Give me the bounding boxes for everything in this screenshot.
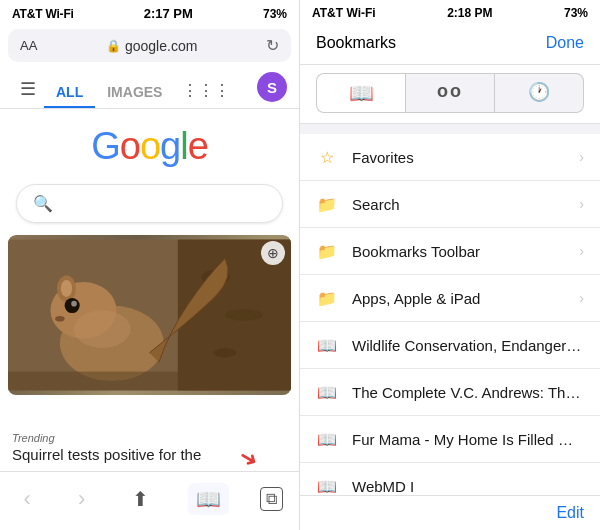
carrier-right: AT&T Wi-Fi (312, 6, 376, 20)
logo-l: l (180, 125, 187, 167)
bottom-toolbar: ‹ › ⬆ 📖 ⧉ (0, 471, 299, 530)
status-bar-left: AT&T Wi-Fi 2:17 PM 73% (0, 0, 299, 25)
svg-point-11 (55, 316, 64, 322)
tab-images[interactable]: IMAGES (95, 78, 174, 108)
battery-right: 73% (564, 6, 588, 20)
status-bar-right: AT&T Wi-Fi 2:18 PM 73% (300, 0, 600, 24)
bookmarks-header: Bookmarks Done (300, 24, 600, 65)
folder-icon: 📁 (316, 240, 338, 262)
search-bar[interactable]: 🔍 (16, 184, 283, 223)
aa-label: AA (20, 38, 37, 53)
search-icon: 🔍 (33, 194, 53, 213)
logo-o1: o (120, 125, 140, 167)
logo-o2: o (140, 125, 160, 167)
forward-button[interactable]: › (70, 482, 93, 516)
book-icon: 📖 (316, 428, 338, 450)
list-item[interactable]: ☆ Favorites › (300, 134, 600, 181)
star-icon: ☆ (316, 146, 338, 168)
book-icon: 📖 (316, 475, 338, 495)
svg-point-10 (71, 301, 77, 307)
item-label: Favorites (352, 149, 571, 166)
hamburger-icon[interactable]: ☰ (12, 72, 44, 108)
item-label: Apps, Apple & iPad (352, 290, 571, 307)
folder-icon: 📁 (316, 193, 338, 215)
book-icon: 📖 (316, 334, 338, 356)
item-label: Search (352, 196, 571, 213)
battery-left: 73% (263, 7, 287, 21)
chevron-icon: › (579, 196, 584, 212)
nav-tabs: ☰ ALL IMAGES ⋮⋮⋮ S (0, 66, 299, 109)
right-panel: AT&T Wi-Fi 2:18 PM 73% Bookmarks Done 📖 … (300, 0, 600, 530)
url-text: google.com (125, 38, 197, 54)
squirrel-image: ⊕ (8, 235, 291, 395)
carrier-left: AT&T Wi-Fi (12, 7, 74, 21)
list-item[interactable]: 📖 WebMD I (300, 463, 600, 495)
list-item[interactable]: 📖 Fur Mama - My Home Is Filled With W... (300, 416, 600, 463)
bookmarks-title: Bookmarks (316, 34, 396, 52)
done-button[interactable]: Done (546, 34, 584, 52)
address-bar[interactable]: AA 🔒 google.com ↻ (8, 29, 291, 62)
list-item[interactable]: 📁 Search › (300, 181, 600, 228)
chevron-icon: › (579, 149, 584, 165)
list-item[interactable]: 📖 The Complete V.C. Andrews: The Libr... (300, 369, 600, 416)
list-item[interactable]: 📁 Apps, Apple & iPad › (300, 275, 600, 322)
logo-g2: g (160, 125, 180, 167)
tabs-button[interactable]: ⧉ (260, 487, 283, 511)
tab-reading-list[interactable]: oo (405, 73, 495, 113)
bookmark-type-tabs: 📖 oo 🕐 (300, 65, 600, 124)
chevron-icon: › (579, 290, 584, 306)
edit-button[interactable]: Edit (556, 504, 584, 522)
folder-icon: 📁 (316, 287, 338, 309)
time-right: 2:18 PM (447, 6, 492, 20)
arrow-icon: ➜ (234, 442, 263, 474)
grid-icon[interactable]: ⋮⋮⋮ (174, 75, 238, 108)
reload-icon[interactable]: ↻ (266, 36, 279, 55)
book-icon: 📖 (316, 381, 338, 403)
item-label: Fur Mama - My Home Is Filled With W... (352, 431, 584, 448)
item-label: The Complete V.C. Andrews: The Libr... (352, 384, 584, 401)
tab-all[interactable]: ALL (44, 78, 95, 108)
trending-section: Trending Squirrel tests positive for the… (0, 424, 299, 467)
bookmarks-button[interactable]: 📖 (188, 483, 229, 515)
svg-point-4 (214, 348, 237, 357)
list-item[interactable]: 📁 Bookmarks Toolbar › (300, 228, 600, 275)
back-button[interactable]: ‹ (16, 482, 39, 516)
aa-button[interactable]: AA (20, 38, 37, 53)
svg-rect-13 (8, 372, 291, 391)
svg-point-3 (225, 309, 263, 320)
svg-point-8 (61, 280, 72, 297)
item-label: WebMD I (352, 478, 584, 495)
lock-icon: 🔒 (106, 39, 121, 53)
logo-e: e (188, 125, 208, 167)
item-label: Bookmarks Toolbar (352, 243, 571, 260)
bookmarks-list: ☆ Favorites › 📁 Search › 📁 Bookmarks Too… (300, 134, 600, 495)
url-display[interactable]: 🔒 google.com (106, 38, 197, 54)
list-item[interactable]: 📖 Wildlife Conservation, Endangered Sp..… (300, 322, 600, 369)
trending-text: Squirrel tests positive for the ➜ (12, 446, 287, 463)
left-panel: AT&T Wi-Fi 2:17 PM 73% AA 🔒 google.com ↻… (0, 0, 300, 530)
logo-g: G (91, 125, 120, 167)
chevron-icon: › (579, 243, 584, 259)
time-left: 2:17 PM (144, 6, 193, 21)
item-label: Wildlife Conservation, Endangered Sp... (352, 337, 584, 354)
photo-button[interactable]: ⊕ (261, 241, 285, 265)
user-avatar[interactable]: S (257, 72, 287, 102)
tab-history[interactable]: 🕐 (495, 73, 584, 113)
image-section: ⊕ (8, 235, 291, 424)
tab-bookmarks[interactable]: 📖 (316, 73, 405, 113)
google-logo: Google (0, 109, 299, 178)
share-button[interactable]: ⬆ (124, 483, 157, 515)
svg-point-12 (74, 310, 131, 348)
bottom-edit-bar: Edit (300, 495, 600, 530)
